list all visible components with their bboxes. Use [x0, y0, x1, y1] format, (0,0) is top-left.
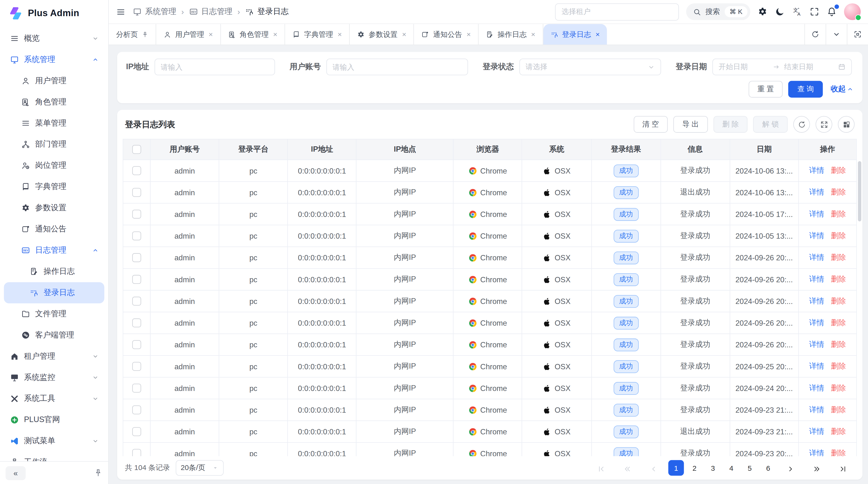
- pager-first-button[interactable]: [590, 459, 613, 477]
- tab-notice[interactable]: 通知公告×: [414, 24, 478, 44]
- reset-button[interactable]: 重 置: [748, 81, 783, 97]
- row-checkbox[interactable]: [132, 210, 141, 219]
- detail-link[interactable]: 详情: [809, 166, 824, 174]
- breadcrumb-item-system-management[interactable]: 系统管理: [133, 7, 176, 17]
- sidebar-item-file-management[interactable]: 文件管理: [4, 303, 104, 325]
- sidebar-item-overview[interactable]: 概览: [4, 28, 104, 49]
- moon-button[interactable]: [775, 7, 785, 17]
- tab-close-icon[interactable]: ×: [531, 30, 535, 39]
- page-button-2[interactable]: 2: [687, 460, 702, 476]
- delete-link[interactable]: 删除: [831, 231, 846, 240]
- unlock-button[interactable]: 解 锁: [753, 116, 788, 133]
- detail-link[interactable]: 详情: [809, 210, 824, 218]
- sidebar-pin-icon[interactable]: [94, 468, 103, 477]
- table-expand-button[interactable]: [815, 116, 832, 133]
- tab-user-management[interactable]: 用户管理×: [156, 24, 221, 44]
- tab-close-icon[interactable]: ×: [338, 30, 342, 39]
- delete-link[interactable]: 删除: [831, 340, 846, 349]
- delete-link[interactable]: 删除: [831, 449, 846, 456]
- sidebar-item-tenant-management[interactable]: 租户管理: [4, 346, 104, 367]
- pager-double-prev-button[interactable]: [616, 459, 639, 477]
- detail-link[interactable]: 详情: [809, 297, 824, 305]
- translate-button[interactable]: 文A: [792, 7, 802, 17]
- sidebar-item-system-monitor[interactable]: 系统监控: [4, 367, 104, 388]
- status-select[interactable]: 请选择: [520, 59, 661, 75]
- delete-link[interactable]: 删除: [831, 275, 846, 284]
- clear-button[interactable]: 清 空: [633, 116, 668, 133]
- row-checkbox[interactable]: [132, 340, 141, 349]
- sidebar-item-client-management[interactable]: 客户端管理: [4, 325, 104, 346]
- gear-button[interactable]: [757, 7, 768, 17]
- row-checkbox[interactable]: [132, 427, 141, 436]
- tenant-select[interactable]: 选择租户: [555, 3, 679, 21]
- sidebar-item-dict-management[interactable]: 字典管理: [4, 176, 104, 197]
- sidebar-item-system-tools[interactable]: 系统工具: [4, 388, 104, 409]
- detail-link[interactable]: 详情: [809, 406, 824, 414]
- tab-close-icon[interactable]: ×: [467, 30, 471, 39]
- delete-link[interactable]: 删除: [831, 210, 846, 218]
- refresh-button[interactable]: [805, 24, 826, 44]
- sidebar-item-role-management[interactable]: 角色管理: [4, 91, 104, 112]
- hamburger-menu-icon[interactable]: [116, 7, 125, 17]
- row-checkbox[interactable]: [132, 297, 141, 305]
- sidebar-item-operation-log[interactable]: 操作日志: [4, 261, 104, 282]
- detail-link[interactable]: 详情: [809, 253, 824, 261]
- date-range-picker[interactable]: 开始日期 结束日期: [712, 59, 852, 75]
- row-checkbox[interactable]: [132, 362, 141, 371]
- delete-link[interactable]: 删除: [831, 253, 846, 261]
- sidebar-item-post-management[interactable]: 岗位管理: [4, 155, 104, 176]
- tab-close-icon[interactable]: ×: [273, 30, 278, 39]
- avatar[interactable]: [844, 3, 861, 20]
- delete-link[interactable]: 删除: [831, 188, 846, 196]
- delete-link[interactable]: 删除: [831, 297, 846, 305]
- sidebar-item-plus-site[interactable]: PLUS官网: [4, 409, 104, 430]
- sidebar-item-login-log[interactable]: 登录日志: [4, 282, 104, 303]
- page-button-3[interactable]: 3: [705, 460, 721, 476]
- tab-close-icon[interactable]: ×: [402, 30, 406, 39]
- tab-login-log[interactable]: 登录日志×: [543, 24, 607, 44]
- row-checkbox[interactable]: [132, 449, 141, 456]
- ip-input[interactable]: [155, 59, 275, 75]
- pager-prev-button[interactable]: [642, 459, 665, 477]
- delete-link[interactable]: 删除: [831, 166, 846, 174]
- page-size-select[interactable]: 20条/页: [176, 460, 224, 476]
- row-checkbox[interactable]: [132, 188, 141, 197]
- tab-dict-management[interactable]: 字典管理×: [285, 24, 350, 44]
- delete-link[interactable]: 删除: [831, 318, 846, 327]
- sidebar-item-notice[interactable]: 通知公告: [4, 219, 104, 240]
- sidebar-item-log-management[interactable]: DEV日志管理: [4, 240, 104, 261]
- sidebar-item-test-menu[interactable]: 测试菜单: [4, 430, 104, 452]
- page-button-5[interactable]: 5: [742, 460, 757, 476]
- pin-icon[interactable]: [142, 31, 149, 38]
- tab-role-management[interactable]: 角色管理×: [221, 24, 285, 44]
- detail-link[interactable]: 详情: [809, 427, 824, 435]
- query-button[interactable]: 查 询: [788, 81, 823, 97]
- chevron-down-button[interactable]: [826, 24, 847, 44]
- sidebar-item-user-management[interactable]: 用户管理: [4, 70, 104, 92]
- tab-close-icon[interactable]: ×: [209, 30, 213, 39]
- tab-param-settings[interactable]: 参数设置×: [350, 24, 414, 44]
- relayout-button[interactable]: [847, 24, 868, 44]
- tab-analysis[interactable]: 分析页: [109, 24, 156, 44]
- detail-link[interactable]: 详情: [809, 188, 824, 196]
- delete-link[interactable]: 删除: [831, 384, 846, 392]
- tab-operation-log[interactable]: 操作日志×: [478, 24, 543, 44]
- detail-link[interactable]: 详情: [809, 362, 824, 370]
- collapse-filter-link[interactable]: 收起: [831, 84, 854, 94]
- table-refresh-button[interactable]: [793, 116, 810, 133]
- delete-link[interactable]: 删除: [831, 427, 846, 435]
- sidebar-item-dept-management[interactable]: 部门管理: [4, 134, 104, 155]
- delete-link[interactable]: 删除: [831, 362, 846, 370]
- delete-button[interactable]: 删 除: [713, 116, 748, 133]
- page-button-1[interactable]: 1: [669, 460, 684, 476]
- pager-last-button[interactable]: [831, 459, 855, 477]
- page-button-6[interactable]: 6: [760, 460, 776, 476]
- delete-link[interactable]: 删除: [831, 406, 846, 414]
- notifications-button[interactable]: [827, 7, 837, 17]
- row-checkbox[interactable]: [132, 384, 141, 393]
- detail-link[interactable]: 详情: [809, 340, 824, 349]
- page-button-4[interactable]: 4: [723, 460, 739, 476]
- row-checkbox[interactable]: [132, 232, 141, 240]
- sidebar-collapse-button[interactable]: «: [5, 466, 26, 480]
- table-scrollbar[interactable]: [858, 161, 861, 222]
